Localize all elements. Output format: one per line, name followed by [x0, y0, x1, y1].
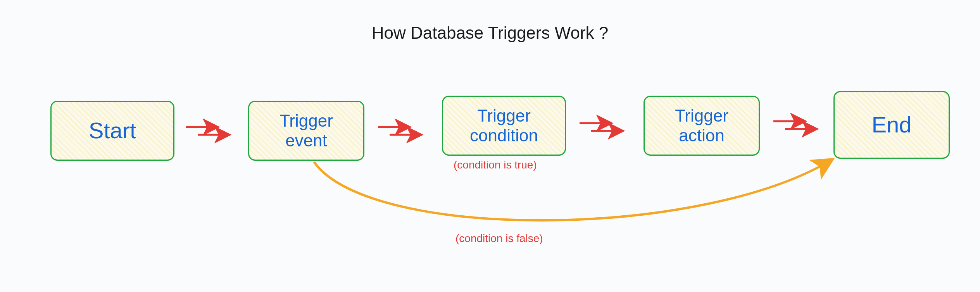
node-end: End	[833, 91, 950, 159]
arrow-start-to-event	[186, 127, 229, 135]
node-start: Start	[50, 101, 174, 161]
node-end-label: End	[871, 112, 911, 138]
annotation-condition-true: (condition is true)	[454, 159, 537, 171]
node-condition-line1: Trigger	[477, 106, 531, 126]
arrow-action-to-end	[773, 121, 816, 129]
node-condition-line2: condition	[470, 126, 538, 146]
node-trigger-action: Trigger action	[644, 96, 760, 156]
annotation-condition-false: (condition is false)	[455, 232, 543, 245]
node-trigger-event: Trigger event	[248, 101, 364, 161]
node-event-line1: Trigger	[280, 111, 333, 131]
node-action-line1: Trigger	[675, 106, 728, 126]
node-action-line2: action	[679, 126, 724, 146]
node-trigger-condition: Trigger condition	[442, 96, 566, 156]
node-event-line2: event	[285, 131, 327, 151]
arrow-bypass-false	[314, 160, 832, 220]
arrow-condition-to-action	[580, 123, 622, 131]
diagram-title: How Database Triggers Work ?	[372, 23, 609, 43]
node-start-label: Start	[89, 118, 136, 144]
arrow-event-to-condition	[378, 127, 421, 135]
